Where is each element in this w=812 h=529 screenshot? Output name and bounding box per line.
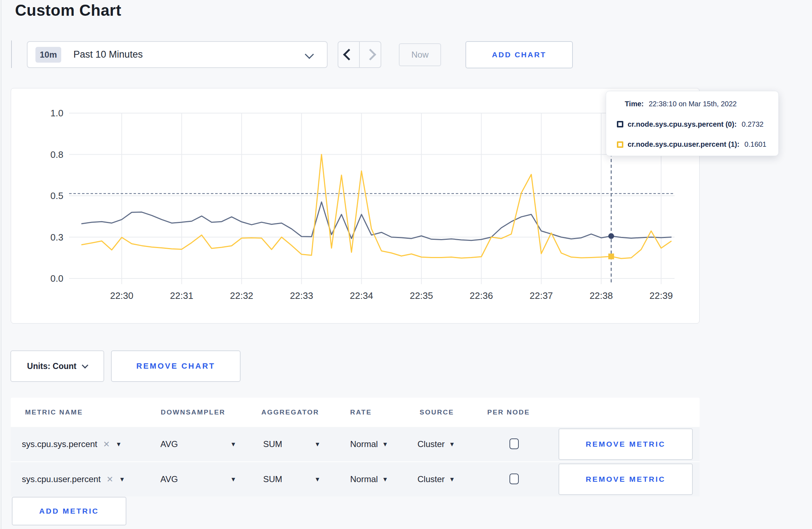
caret-down-icon: ▼ [382,441,388,447]
caret-down-icon: ▼ [119,476,125,482]
table-row: sys.cpu.sys.percent ✕ ▼ AVG ▼ SUM ▼ Norm… [11,427,700,461]
col-header-rate: RATE [350,408,372,416]
metric-name-value: sys.cpu.sys.percent [22,439,97,449]
svg-text:0.0: 0.0 [50,273,63,284]
downsampler-value: AVG [160,474,178,484]
page-left-edge [1,0,1,529]
col-header-source: SOURCE [420,408,454,416]
aggregator-value: SUM [263,439,282,449]
metric-name-value: sys.cpu.user.percent [22,474,101,484]
svg-text:0.5: 0.5 [50,190,63,201]
tooltip-time-value: 22:38:10 on Mar 15th, 2022 [649,100,737,108]
caret-down-icon: ▼ [449,476,455,482]
source-dropdown[interactable]: Cluster ▼ [417,427,455,461]
page-title: Custom Chart [15,1,121,19]
rate-value: Normal [350,439,378,449]
chevron-down-icon [82,362,88,368]
svg-text:22:30: 22:30 [110,290,133,301]
add-chart-button[interactable]: ADD CHART [465,41,573,68]
aggregator-dropdown[interactable]: SUM ▼ [263,462,320,496]
aggregator-dropdown[interactable]: SUM ▼ [263,427,320,461]
downsampler-value: AVG [160,439,178,449]
toolbar-divider [11,40,12,68]
col-header-aggregator: AGGREGATOR [261,408,319,416]
time-range-label: Past 10 Minutes [73,49,143,60]
svg-text:22:32: 22:32 [230,290,253,301]
tooltip-series-label: cr.node.sys.cpu.user.percent (1): [628,140,739,149]
source-value: Cluster [417,439,445,449]
svg-text:1.0: 1.0 [50,108,63,118]
add-metric-button[interactable]: ADD METRIC [12,497,126,525]
caret-down-icon: ▼ [382,476,388,482]
per-node-checkbox[interactable] [509,474,519,484]
source-value: Cluster [417,474,445,484]
series-sys-swatch-icon [617,121,623,127]
rate-dropdown[interactable]: Normal ▼ [350,462,388,496]
chevron-down-icon [305,50,314,59]
units-label: Units: Count [27,361,77,371]
downsampler-dropdown[interactable]: AVG ▼ [160,427,236,461]
downsampler-dropdown[interactable]: AVG ▼ [160,462,236,496]
rate-dropdown[interactable]: Normal ▼ [350,427,388,461]
chevron-left-icon [343,49,355,60]
rate-value: Normal [350,474,378,484]
units-selector[interactable]: Units: Count [10,350,104,382]
time-range-selector[interactable]: 10m Past 10 Minutes [27,41,328,68]
tooltip-series-value: 0.1601 [744,140,766,149]
svg-text:22:36: 22:36 [470,290,493,301]
col-header-downsampler: DOWNSAMPLER [161,408,226,416]
line-chart[interactable]: 0.00.30.50.81.022:3022:3122:3222:3322:34… [11,88,700,324]
svg-text:22:35: 22:35 [410,290,433,301]
svg-text:22:38: 22:38 [590,290,613,301]
prev-time-button[interactable] [338,42,360,67]
caret-down-icon: ▼ [314,476,320,482]
remove-metric-button[interactable]: REMOVE METRIC [559,464,693,495]
remove-metric-button[interactable]: REMOVE METRIC [559,428,693,460]
caret-down-icon: ▼ [116,441,122,447]
chart-card: 0.00.30.50.81.022:3022:3122:3222:3322:34… [11,88,700,324]
svg-text:22:39: 22:39 [649,290,673,301]
clear-metric-icon[interactable]: ✕ [103,440,110,449]
tooltip-series-value: 0.2732 [742,120,764,128]
metric-name-dropdown[interactable]: sys.cpu.sys.percent ✕ ▼ [22,427,122,461]
remove-chart-button[interactable]: REMOVE CHART [111,350,241,382]
svg-text:0.3: 0.3 [50,232,63,243]
svg-text:22:34: 22:34 [350,290,373,301]
col-header-metric-name: METRIC NAME [25,408,83,416]
caret-down-icon: ▼ [230,476,236,482]
svg-text:22:31: 22:31 [170,290,193,301]
series-user-swatch-icon [617,141,623,148]
svg-text:22:37: 22:37 [530,290,553,301]
chart-tooltip: Time: 22:38:10 on Mar 15th, 2022 cr.node… [606,91,779,156]
time-nav-arrows [338,41,381,68]
svg-text:22:33: 22:33 [290,290,313,301]
time-range-badge: 10m [35,47,61,63]
col-header-per-node: PER NODE [487,408,530,416]
metrics-table: METRIC NAME DOWNSAMPLER AGGREGATOR RATE … [11,398,700,496]
metric-name-dropdown[interactable]: sys.cpu.user.percent ✕ ▼ [22,462,125,496]
tooltip-series-label: cr.node.sys.cpu.sys.percent (0): [628,120,737,128]
chevron-right-icon [364,49,376,60]
next-time-button[interactable] [360,42,381,67]
source-dropdown[interactable]: Cluster ▼ [417,462,455,496]
svg-text:0.8: 0.8 [50,149,63,160]
per-node-checkbox[interactable] [509,438,519,449]
tooltip-time-label: Time: [625,100,644,108]
caret-down-icon: ▼ [230,441,236,447]
table-row: sys.cpu.user.percent ✕ ▼ AVG ▼ SUM ▼ Nor… [11,462,700,496]
aggregator-value: SUM [263,474,282,484]
caret-down-icon: ▼ [449,441,455,447]
caret-down-icon: ▼ [314,441,320,447]
clear-metric-icon[interactable]: ✕ [106,475,113,484]
now-button[interactable]: Now [399,43,441,66]
